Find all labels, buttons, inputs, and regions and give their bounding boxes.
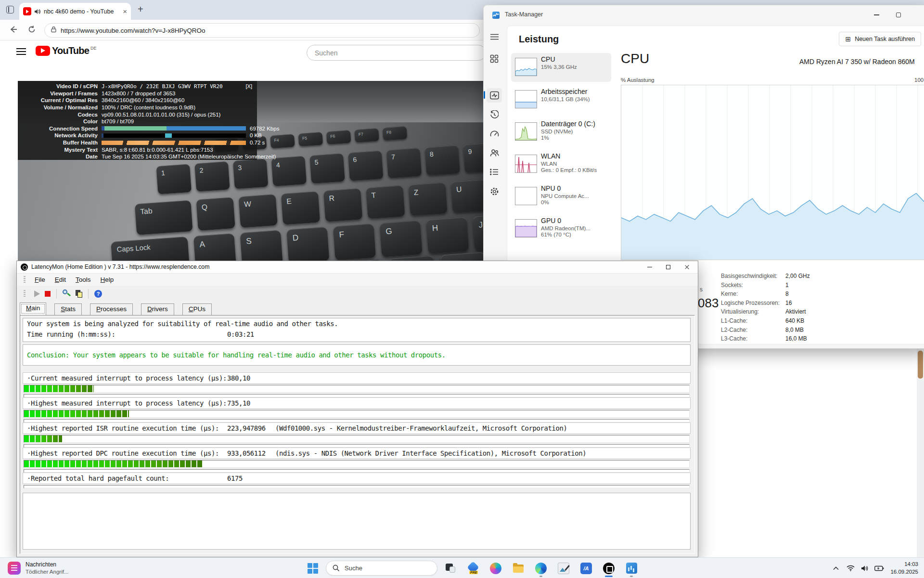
new-task-icon: ⊞ — [845, 36, 851, 42]
latencymon-toolbar: ? — [17, 286, 698, 302]
pagefault-row: ·Reported total hard pagefault count: 61… — [23, 473, 691, 484]
nav-menu-icon[interactable] — [487, 29, 502, 44]
meter-label-row: ·Highest reported DPC routine execution … — [23, 447, 691, 459]
tab-close-icon[interactable]: × — [123, 7, 127, 15]
tab-audio-icon[interactable] — [34, 8, 41, 15]
nav-users-icon[interactable] — [487, 145, 502, 160]
tab-stats[interactable]: Stats — [54, 303, 82, 315]
sidebar-item-disk[interactable]: Datenträger 0 (C:) SSD (NVMe) 1% — [511, 118, 611, 146]
youtube-menu-icon[interactable] — [16, 48, 26, 55]
nav-details-icon[interactable] — [487, 165, 502, 179]
nav-startup-apps-icon[interactable] — [487, 126, 502, 141]
cpu-name: AMD Ryzen AI 7 350 w/ Radeon 860M — [799, 58, 915, 66]
wifi-icon[interactable] — [844, 561, 857, 576]
tab-processes[interactable]: Processes — [90, 303, 133, 315]
run-new-task-button[interactable]: ⊞ Neuen Task ausführen — [839, 32, 921, 46]
task-manager-taskbar-icon[interactable] — [622, 559, 641, 578]
youtube-play-icon — [36, 46, 50, 56]
sidebar-item-gpu[interactable]: GPU 0 AMD Radeon(TM)... 61% (70 °C) — [511, 214, 611, 243]
minimize-button[interactable] — [640, 261, 659, 273]
gpu-mini-chart — [515, 219, 537, 237]
new-tab-button[interactable]: + — [138, 4, 143, 15]
tab-drivers[interactable]: Drivers — [141, 303, 174, 315]
edge-browser-icon[interactable] — [531, 559, 551, 578]
help-icon[interactable]: ? — [94, 290, 102, 298]
sidebar-item-npu[interactable]: NPU 0 NPU Compute Ac... 0% — [511, 182, 611, 211]
task-view-icon[interactable] — [441, 559, 460, 578]
time-running-value: 0:03:21 — [227, 329, 254, 340]
nav-app-history-icon[interactable] — [487, 107, 502, 122]
maximize-button[interactable] — [887, 5, 910, 25]
latencymon-title: LatencyMon (Home Edition ) v 7.31 - http… — [31, 263, 209, 270]
meter-bar-secondary — [24, 394, 690, 397]
file-explorer-icon[interactable] — [509, 559, 528, 578]
back-icon[interactable] — [9, 25, 18, 36]
occluded-stat-value: 083 — [698, 296, 719, 311]
search-icon — [333, 565, 340, 572]
latencymon-menubar: File Edit Tools Help — [17, 274, 698, 286]
task-manager-app-icon — [492, 12, 500, 19]
tab-workspaces-icon[interactable] — [6, 6, 14, 13]
lock-icon[interactable] — [51, 26, 57, 35]
disk-mini-chart — [515, 122, 537, 141]
wlan-mini-chart — [515, 155, 537, 173]
occluded-unit-text: s — [700, 286, 703, 293]
youtube-search-input[interactable]: Suchen — [307, 45, 486, 61]
news-widget-icon — [8, 562, 21, 575]
address-bar[interactable]: https://www.youtube.com/watch?v=J-x8HPyQ… — [44, 23, 480, 38]
slash-a-app-icon[interactable]: /A — [577, 559, 596, 578]
youtube-search-placeholder: Suchen — [315, 49, 337, 57]
menu-tools[interactable]: Tools — [71, 275, 95, 284]
battery-icon[interactable] — [873, 561, 886, 576]
nav-performance-icon[interactable] — [487, 88, 502, 103]
task-manager-titlebar[interactable]: Task-Manager — [484, 5, 924, 25]
start-button[interactable] — [303, 559, 322, 578]
tray-chevron-icon[interactable] — [830, 561, 842, 576]
taskbar-search-input[interactable]: Suche — [326, 561, 437, 576]
tab-cpus[interactable]: CPUs — [182, 303, 212, 315]
copy-report-icon[interactable] — [76, 290, 82, 298]
minimize-button[interactable] — [865, 5, 887, 25]
nav-selected-indicator — [484, 91, 485, 99]
start-monitor-icon[interactable] — [34, 290, 40, 297]
menu-edit[interactable]: Edit — [51, 275, 70, 284]
latencymon-titlebar[interactable]: LatencyMon (Home Edition ) v 7.31 - http… — [17, 261, 698, 274]
browser-tab[interactable]: nbc 4k60 demo - YouTube × — [19, 3, 131, 20]
stop-monitor-icon[interactable] — [45, 291, 51, 297]
menu-file[interactable]: File — [30, 275, 50, 284]
meter-bar-secondary — [24, 444, 690, 447]
widgets-button[interactable]: Nachrichten Tödlicher Angrif... — [4, 560, 72, 577]
snipping-tool-icon[interactable] — [554, 559, 573, 578]
latencymon-taskbar-icon[interactable] — [599, 559, 618, 578]
nav-processes-icon[interactable] — [487, 52, 502, 66]
performance-sidebar: CPU 15% 3,36 GHz Arbeitsspeicher 10,6/31… — [511, 53, 611, 247]
copilot-icon[interactable] — [486, 559, 505, 578]
stats-for-nerds-overlay: [X] Video ID / sCPNJ-x8HPyQROo / 232E BJ… — [18, 81, 257, 160]
preview-app-icon[interactable]: PRE — [463, 559, 483, 578]
latencymon-app-icon — [21, 263, 28, 271]
close-button[interactable] — [678, 261, 696, 273]
taskbar-clock[interactable]: 14:03 16.09.2025 — [890, 561, 918, 576]
sidebar-item-cpu[interactable]: CPU 15% 3,36 GHz — [511, 53, 611, 82]
window-title: Task-Manager — [505, 11, 543, 18]
volume-icon[interactable] — [859, 561, 871, 576]
tab-main[interactable]: Main — [20, 302, 46, 315]
youtube-logo[interactable]: YouTube DE — [36, 45, 97, 56]
sidebar-item-memory[interactable]: Arbeitsspeicher 10,6/31,1 GB (34%) — [511, 85, 611, 114]
cpu-usage-chart[interactable] — [621, 85, 924, 260]
tab-title: nbc 4k60 demo - YouTube — [44, 8, 121, 15]
cpu-axis-label: % Auslastung — [621, 77, 654, 83]
menu-help[interactable]: Help — [96, 275, 118, 284]
analysis-status-panel: Your system is being analyzed for suitab… — [23, 318, 691, 342]
refresh-icon[interactable] — [27, 25, 37, 36]
analyze-tool-icon[interactable] — [63, 289, 71, 298]
meter-bar-secondary — [24, 469, 690, 473]
clock-date: 16.09.2025 — [890, 568, 918, 576]
maximize-button[interactable] — [659, 261, 678, 273]
sidebar-item-wlan[interactable]: WLAN WLAN Ges.: 0 Empf.: 0 KBit/s — [511, 150, 611, 179]
overlay-close-button[interactable]: [X] — [246, 83, 252, 89]
widget-subtitle: Tödlicher Angrif... — [26, 568, 68, 575]
nav-services-icon[interactable] — [487, 184, 502, 198]
buffer-health-bar — [102, 141, 246, 145]
page-scrollbar-thumb[interactable] — [918, 351, 923, 379]
